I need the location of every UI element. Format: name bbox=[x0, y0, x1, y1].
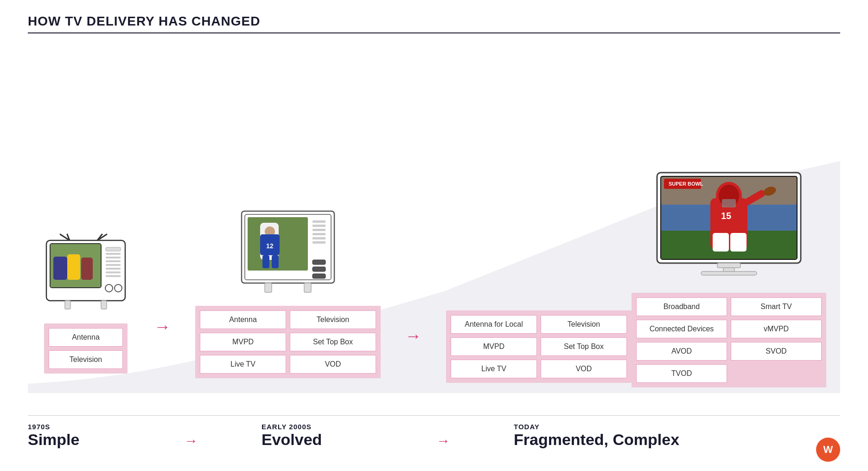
era-1970s: Antenna Television bbox=[42, 233, 130, 401]
medium-tv-svg: 12 bbox=[239, 209, 337, 295]
watermark-letter: W bbox=[823, 444, 833, 456]
box-livetv-today: Live TV bbox=[451, 360, 537, 378]
svg-rect-20 bbox=[65, 301, 70, 309]
svg-rect-50 bbox=[722, 199, 736, 207]
timeline-arrow-1: → bbox=[121, 433, 262, 449]
box-mvpd-2: MVPD bbox=[200, 333, 286, 351]
svg-rect-60 bbox=[701, 271, 757, 275]
box-svod: SVOD bbox=[731, 342, 822, 361]
era-early2000s: 12 bbox=[195, 209, 381, 401]
box-television-today: Television bbox=[541, 315, 627, 334]
svg-rect-29 bbox=[262, 255, 269, 268]
box-tvod: TVOD bbox=[636, 364, 727, 383]
arrow-1-container: → bbox=[130, 317, 195, 401]
svg-rect-13 bbox=[106, 260, 121, 262]
svg-rect-7 bbox=[53, 257, 67, 280]
timeline-arrow-2: → bbox=[373, 433, 514, 449]
svg-rect-15 bbox=[106, 268, 121, 270]
svg-rect-55 bbox=[730, 233, 747, 252]
box-smart-tv: Smart TV bbox=[731, 297, 822, 316]
timeline-area: 1970s Simple → EARLY 2000s Evolved → TOD… bbox=[28, 415, 840, 449]
eras-row: Antenna Television → bbox=[28, 47, 840, 411]
box-broadband: Broadband bbox=[636, 297, 727, 316]
svg-rect-35 bbox=[313, 237, 326, 239]
era-year-1970s: 1970s bbox=[28, 423, 50, 431]
era-1970s-boxes: Antenna Television bbox=[44, 323, 128, 374]
box-avod: AVOD bbox=[636, 342, 727, 361]
era-today-left: Antenna for Local Television MVPD Set To… bbox=[446, 225, 632, 401]
box-vod-2: VOD bbox=[290, 355, 376, 374]
era-desc-today: Fragmented, Complex bbox=[514, 431, 679, 449]
era-desc-2000s: Evolved bbox=[262, 431, 322, 449]
svg-rect-32 bbox=[313, 225, 326, 227]
old-tv-svg bbox=[42, 233, 130, 312]
svg-rect-12 bbox=[106, 257, 121, 258]
svg-rect-30 bbox=[272, 255, 279, 268]
content-area: Antenna Television → bbox=[28, 47, 840, 449]
tv-modern-illustration: 15 SUPER BOWL bbox=[655, 170, 803, 284]
box-livetv-2: Live TV bbox=[200, 355, 286, 374]
svg-rect-40 bbox=[265, 283, 272, 292]
svg-rect-9 bbox=[81, 258, 93, 280]
box-antenna-local: Antenna for Local bbox=[451, 315, 537, 334]
svg-text:SUPER BOWL: SUPER BOWL bbox=[669, 181, 703, 187]
tv-2000s-illustration: 12 bbox=[239, 209, 337, 297]
tv-1970s-illustration bbox=[42, 233, 130, 314]
page-container: HOW TV DELIVERY HAS CHANGED bbox=[0, 0, 868, 471]
era-today-left-boxes: Antenna for Local Television MVPD Set To… bbox=[446, 310, 632, 383]
era-label-today: TODAY Fragmented, Complex bbox=[514, 423, 699, 449]
svg-rect-17 bbox=[106, 275, 121, 277]
svg-rect-59 bbox=[723, 268, 734, 271]
arrow-1: → bbox=[154, 317, 171, 336]
box-settopbox-2: Set Top Box bbox=[290, 333, 376, 351]
era-today-right-boxes: Broadband Smart TV Connected Devices vMV… bbox=[632, 293, 826, 387]
era-2000s-boxes: Antenna Television MVPD Set Top Box Live… bbox=[195, 306, 381, 378]
svg-rect-41 bbox=[304, 283, 311, 292]
page-title: HOW TV DELIVERY HAS CHANGED bbox=[28, 14, 840, 29]
svg-rect-11 bbox=[106, 253, 121, 255]
box-settopbox-today: Set Top Box bbox=[541, 337, 627, 356]
svg-rect-8 bbox=[67, 254, 80, 280]
watermark-badge: W bbox=[816, 438, 840, 462]
svg-rect-54 bbox=[713, 233, 729, 252]
box-television-2: Television bbox=[290, 310, 376, 329]
svg-rect-34 bbox=[313, 233, 326, 235]
modern-tv-svg: 15 SUPER BOWL bbox=[655, 170, 803, 282]
svg-rect-14 bbox=[106, 264, 121, 266]
svg-rect-33 bbox=[313, 229, 326, 231]
box-antenna-2: Antenna bbox=[200, 310, 286, 329]
svg-rect-16 bbox=[106, 271, 121, 273]
arrow-2-container: → bbox=[381, 326, 446, 401]
era-year-today: TODAY bbox=[514, 423, 540, 431]
box-antenna-1: Antenna bbox=[49, 328, 123, 347]
box-television-1: Television bbox=[49, 350, 123, 369]
svg-rect-21 bbox=[101, 301, 107, 309]
box-vmvpd: vMVPD bbox=[731, 320, 822, 338]
svg-rect-37 bbox=[313, 260, 326, 265]
era-year-2000s: EARLY 2000s bbox=[262, 423, 312, 431]
era-label-2000s: EARLY 2000s Evolved bbox=[262, 423, 373, 449]
era-today-right: 15 SUPER BOWL bbox=[632, 170, 826, 401]
arrow-2: → bbox=[405, 326, 422, 346]
svg-rect-36 bbox=[313, 241, 326, 244]
svg-text:15: 15 bbox=[721, 211, 731, 221]
svg-rect-39 bbox=[313, 274, 326, 278]
svg-text:12: 12 bbox=[266, 242, 274, 250]
box-connected-devices: Connected Devices bbox=[636, 320, 727, 338]
svg-rect-58 bbox=[717, 263, 740, 268]
svg-rect-31 bbox=[313, 220, 326, 223]
svg-rect-38 bbox=[313, 267, 326, 271]
title-divider bbox=[28, 32, 840, 33]
svg-rect-10 bbox=[106, 247, 121, 251]
era-desc-1970s: Simple bbox=[28, 431, 79, 449]
box-mvpd-today: MVPD bbox=[451, 337, 537, 356]
era-label-1970s: 1970s Simple bbox=[28, 423, 121, 449]
box-vod-today: VOD bbox=[541, 360, 627, 378]
